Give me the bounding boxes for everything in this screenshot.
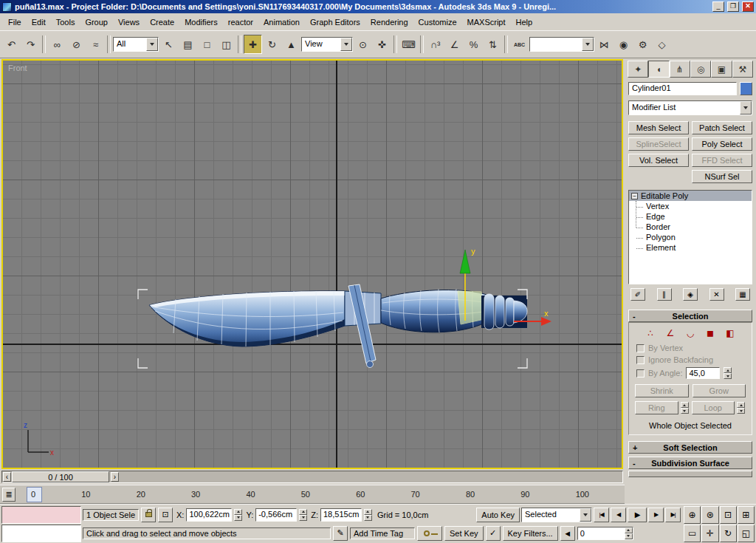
angle-value-field[interactable]: 45,0	[686, 367, 720, 379]
time-slider-thumb[interactable]: 0 / 100	[12, 471, 109, 482]
menu-group[interactable]: Group	[80, 16, 113, 29]
undo-icon[interactable]: ↶	[2, 35, 21, 54]
percent-snap-icon[interactable]: %	[464, 35, 483, 54]
menu-graph-editors[interactable]: Graph Editors	[305, 16, 365, 29]
menu-rendering[interactable]: Rendering	[365, 16, 413, 29]
object-color-swatch[interactable]	[740, 82, 752, 95]
vertex-mode-icon[interactable]: ∴	[644, 327, 657, 339]
set-keys-icon[interactable]	[417, 526, 442, 541]
zoom-all-icon[interactable]: ⊛	[701, 506, 718, 524]
listener-macro-line[interactable]	[1, 506, 81, 524]
menu-file[interactable]: File	[3, 16, 27, 29]
stack-item-polygon[interactable]: Polygon	[645, 232, 752, 242]
key-mode-toggle-icon[interactable]: ◄	[560, 526, 575, 541]
tab-modify[interactable]: ◖	[648, 61, 669, 78]
select-and-scale-icon[interactable]: ▲	[282, 35, 300, 54]
loop-spinner[interactable]	[737, 402, 745, 414]
tab-motion[interactable]: ◎	[690, 61, 711, 78]
stack-item-vertex[interactable]: Vertex	[645, 201, 752, 211]
angle-snap-icon[interactable]: ∠	[445, 35, 464, 54]
viewport-label[interactable]: Front	[8, 64, 27, 72]
patch-select-button[interactable]: Patch Select	[692, 121, 752, 134]
listener-script-line[interactable]	[1, 525, 81, 542]
minimize-button[interactable]: _	[712, 1, 724, 12]
menu-customize[interactable]: Customize	[413, 16, 462, 29]
use-pivot-center-icon[interactable]: ⊙	[354, 35, 372, 54]
ring-button[interactable]: Ring	[635, 401, 678, 414]
object-name-field[interactable]: Cylinder01	[628, 82, 737, 95]
select-by-name-icon[interactable]: ▤	[179, 35, 197, 54]
menu-animation[interactable]: Animation	[258, 16, 305, 29]
add-time-tag[interactable]: Add Time Tag	[350, 527, 415, 539]
window-crossing-icon[interactable]: ◫	[217, 35, 236, 54]
track-bar[interactable]: ≣ 0 10 20 30 40 50 60 70 80 90 100	[0, 485, 625, 504]
y-coordinate-field[interactable]: -0,566cm	[255, 508, 297, 522]
time-slider-track[interactable]: ‹ 0 / 100 ›	[1, 471, 623, 483]
poly-select-button[interactable]: Poly Select	[692, 137, 752, 151]
ffd-select-button[interactable]: FFD Select	[692, 154, 752, 167]
tab-utilities[interactable]: ⚒	[732, 61, 753, 78]
spline-select-button[interactable]: SplineSelect	[628, 137, 689, 151]
go-to-start-icon[interactable]: |◀	[594, 508, 609, 522]
menu-reactor[interactable]: reactor	[223, 16, 258, 29]
selection-lock-icon[interactable]	[141, 508, 156, 522]
key-filters-check-icon[interactable]: ✓	[486, 526, 501, 541]
zoom-extents-all-icon[interactable]: ⊞	[738, 506, 755, 524]
quick-render-icon[interactable]: ◇	[653, 35, 671, 54]
render-scene-icon[interactable]: ⚙	[633, 35, 652, 54]
go-to-end-icon[interactable]: ▶|	[665, 508, 681, 522]
close-button[interactable]: ✕	[742, 1, 754, 12]
soft-selection-roll out-header[interactable]: + Soft Selection	[628, 441, 752, 454]
min-max-toggle-icon[interactable]: ◱	[738, 525, 755, 542]
menu-maxscript[interactable]: MAXScript	[462, 16, 511, 29]
menu-modifiers[interactable]: Modifiers	[179, 16, 223, 29]
mesh-select-button[interactable]: Mesh Select	[628, 121, 689, 134]
x-coordinate-field[interactable]: 100,622cm	[186, 508, 232, 522]
spinner-snap-icon[interactable]: ⇅	[484, 35, 502, 54]
tab-hierarchy[interactable]: ⋔	[670, 61, 690, 78]
dropdown-arrow-icon[interactable]	[580, 508, 591, 522]
zoom-icon[interactable]: ⊕	[684, 506, 701, 524]
tab-display[interactable]: ▣	[711, 61, 732, 78]
ring-spinner[interactable]	[681, 402, 689, 414]
dropdown-arrow-icon[interactable]	[582, 38, 594, 51]
menu-edit[interactable]: Edit	[27, 16, 51, 29]
pin-stack-icon[interactable]: ✐	[630, 288, 645, 301]
dropdown-arrow-icon[interactable]	[740, 101, 752, 115]
next-frame-icon[interactable]: ▶	[648, 508, 664, 522]
nsurf-sel-button[interactable]: NSurf Sel	[692, 170, 752, 183]
shrink-button[interactable]: Shrink	[635, 384, 689, 397]
knife-model[interactable]	[149, 284, 527, 368]
polygon-mode-icon[interactable]: ◼	[704, 327, 717, 339]
mini-curve-editor-icon[interactable]: ≣	[2, 488, 16, 502]
selection-rollout-header[interactable]: - Selection	[628, 310, 752, 322]
dropdown-arrow-icon[interactable]	[340, 38, 352, 51]
select-and-manipulate-icon[interactable]: ✜	[373, 35, 391, 54]
stack-item-editable-poly[interactable]: − Editable Poly	[629, 191, 752, 201]
select-and-link-icon[interactable]: ∞	[48, 35, 66, 54]
stack-item-edge[interactable]: Edge	[645, 211, 752, 222]
reference-coordinate-dropdown[interactable]: View	[301, 37, 353, 52]
modifier-list-dropdown[interactable]: Modifier List	[628, 100, 752, 115]
arc-rotate-icon[interactable]: ↻	[720, 525, 737, 542]
configure-modifier-sets-icon[interactable]: ▦	[735, 288, 750, 301]
stack-item-border[interactable]: Border	[645, 222, 752, 232]
tab-create[interactable]: ✦	[628, 61, 648, 78]
loop-button[interactable]: Loop	[692, 401, 735, 414]
next-frame-arrow[interactable]: ›	[111, 472, 119, 482]
maxscript-mini-listener[interactable]	[1, 506, 81, 542]
border-mode-icon[interactable]: ◡	[684, 327, 697, 339]
selection-filter-dropdown[interactable]: All	[113, 37, 159, 52]
key-mode-dropdown[interactable]: Selected	[521, 508, 592, 522]
key-filters-button[interactable]: Key Filters...	[503, 526, 558, 541]
zoom-extents-icon[interactable]: ⊡	[720, 506, 737, 524]
region-zoom-icon[interactable]: ▭	[684, 525, 701, 542]
select-object-icon[interactable]: ↖	[159, 35, 178, 54]
remove-modifier-icon[interactable]: ✕	[709, 288, 724, 301]
edge-mode-icon[interactable]: ∠	[664, 327, 677, 339]
time-tag-icon[interactable]: ✎	[333, 526, 348, 541]
maximize-button[interactable]: ❐	[727, 1, 739, 12]
stack-collapse-icon[interactable]: −	[631, 193, 638, 199]
ignore-backfacing-checkbox[interactable]	[636, 356, 645, 364]
make-unique-icon[interactable]: ◈	[683, 288, 698, 301]
